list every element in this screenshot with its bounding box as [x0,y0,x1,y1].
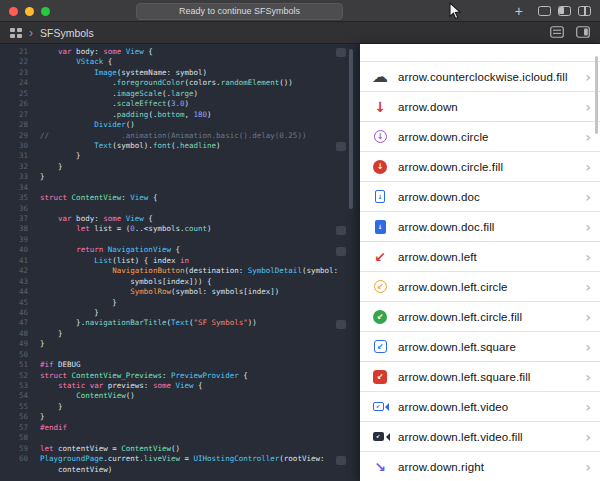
line-number: 22 [0,57,34,67]
arrow-down-right-icon: ↘ [370,457,390,477]
symbol-row[interactable]: ↙arrow.down.left› [360,242,600,272]
symbol-row[interactable]: ↙arrow.down.left.video› [360,392,600,422]
inline-result-button[interactable] [336,48,346,57]
list-partial-row [360,44,600,62]
line-number: 35 [0,193,34,203]
inline-result-button[interactable] [336,320,346,329]
split-view-icon[interactable] [578,6,591,16]
chevron-right-icon: › [585,400,600,414]
symbol-label: arrow.down.left.circle [398,281,508,293]
symbol-label: arrow.down.left.circle.fill [398,311,522,323]
symbol-row[interactable]: ↓arrow.down.doc.fill› [360,212,600,242]
code-line: 23 Image(systemName: symbol) [0,68,338,78]
editor-scrollbar[interactable] [349,49,353,209]
symbol-row[interactable]: ↙arrow.down.left.circle› [360,272,600,302]
chevron-right-icon: › [585,190,600,204]
arrow-down-left-square-fill-icon: ↙ [370,367,390,387]
line-number: 24 [0,78,34,88]
window-icon[interactable] [538,6,551,16]
minimize-button[interactable] [25,7,34,16]
live-view-toggle-button[interactable] [576,24,590,42]
symbol-row[interactable]: ↙arrow.down.left.circle.fill› [360,302,600,332]
arrow-counterclockwise-icloud-fill-icon: ☁ [370,67,390,87]
code-line: 54 ContentView() [0,391,338,401]
symbol-label: arrow.down.circle [398,131,489,143]
code-line: 49} [0,339,338,349]
line-number: 55 [0,402,34,412]
line-number: 28 [0,120,34,130]
line-number: 58 [0,433,34,443]
line-number: 34 [0,183,34,193]
titlebar: Ready to continue SFSymbols + [0,0,600,22]
code-line: 32 } [0,162,338,172]
editor-options-button[interactable] [550,24,564,42]
line-number: 53 [0,381,34,391]
chevron-right-icon: › [585,220,600,234]
inline-result-button[interactable] [336,226,346,235]
symbol-row[interactable]: ↓arrow.down.doc› [360,182,600,212]
code-line: 57#endif [0,423,338,433]
code-line: 46 } [0,308,338,318]
code-line: 48 } [0,329,338,339]
arrow-down-left-circle-fill-icon: ↙ [370,307,390,327]
list-scrollbar[interactable] [595,56,598,134]
code-line: 41 List(list) { index in [0,256,338,266]
tile-window-icon[interactable] [558,6,571,16]
symbol-label: arrow.down.left [398,251,477,263]
code-line: 34 [0,183,338,193]
line-number: 25 [0,89,34,99]
zoom-button[interactable] [41,7,50,16]
add-button[interactable]: + [515,4,523,18]
arrow-down-left-icon: ↙ [370,247,390,267]
inline-result-button[interactable] [336,247,346,256]
code-line: 22 VStack { [0,57,338,67]
code-line: 31 } [0,151,338,161]
arrow-down-doc-fill-icon: ↓ [370,217,390,237]
breadcrumb: › SFSymbols [10,22,94,44]
line-number: 41 [0,256,34,266]
symbol-label: arrow.counterclockwise.icloud.fill [398,71,568,83]
code-line: contentView) [0,465,338,475]
playgrounds-window: Ready to continue SFSymbols + › SFSymbol… [0,0,600,481]
arrow-down-circle-icon: ↓ [370,127,390,147]
project-title[interactable]: SFSymbols [40,27,94,39]
symbol-label: arrow.down.left.video [398,401,508,413]
line-number: 32 [0,162,34,172]
code-line: 56} [0,412,338,422]
symbol-row[interactable]: ☁arrow.counterclockwise.icloud.fill› [360,62,600,92]
chevron-right-icon: › [585,340,600,354]
symbol-row[interactable]: ↙arrow.down.left.square› [360,332,600,362]
code-line: 26 .scaleEffect(3.0) [0,99,338,109]
code-lines: 21 var body: some View {22 VStack {23 Im… [0,47,338,475]
line-number: 36 [0,204,34,214]
line-number: 40 [0,245,34,255]
line-number: 37 [0,214,34,224]
inline-result-button[interactable] [336,142,346,151]
symbol-row[interactable]: ↓arrow.down› [360,92,600,122]
pages-grid-icon[interactable] [10,24,22,42]
code-line: 39 [0,235,338,245]
inline-result-button[interactable] [336,456,346,465]
symbol-row[interactable]: ↘arrow.down.right› [360,452,600,481]
arrow-down-circle-fill-icon: ↓ [370,157,390,177]
symbol-label: arrow.down.doc.fill [398,221,495,233]
code-line: 21 var body: some View { [0,47,338,57]
line-number: 33 [0,172,34,182]
symbol-row[interactable]: ↙arrow.down.left.square.fill› [360,362,600,392]
code-line: 25 .imageScale(.large) [0,89,338,99]
status-pill[interactable]: Ready to continue SFSymbols [136,3,343,20]
line-number: 49 [0,339,34,349]
arrow-down-left-video-fill-icon: ↙ [370,427,390,447]
traffic-lights [9,7,50,16]
code-editor[interactable]: 21 var body: some View {22 VStack {23 Im… [0,44,360,481]
line-number: 46 [0,308,34,318]
line-number: 44 [0,287,34,297]
close-button[interactable] [9,7,18,16]
symbol-row[interactable]: ↓arrow.down.circle› [360,122,600,152]
symbol-row[interactable]: ↓arrow.down.circle.fill› [360,152,600,182]
line-number: 56 [0,412,34,422]
line-number: 27 [0,110,34,120]
line-number: 23 [0,68,34,78]
symbol-row[interactable]: ↙arrow.down.left.video.fill› [360,422,600,452]
arrow-down-left-circle-icon: ↙ [370,277,390,297]
